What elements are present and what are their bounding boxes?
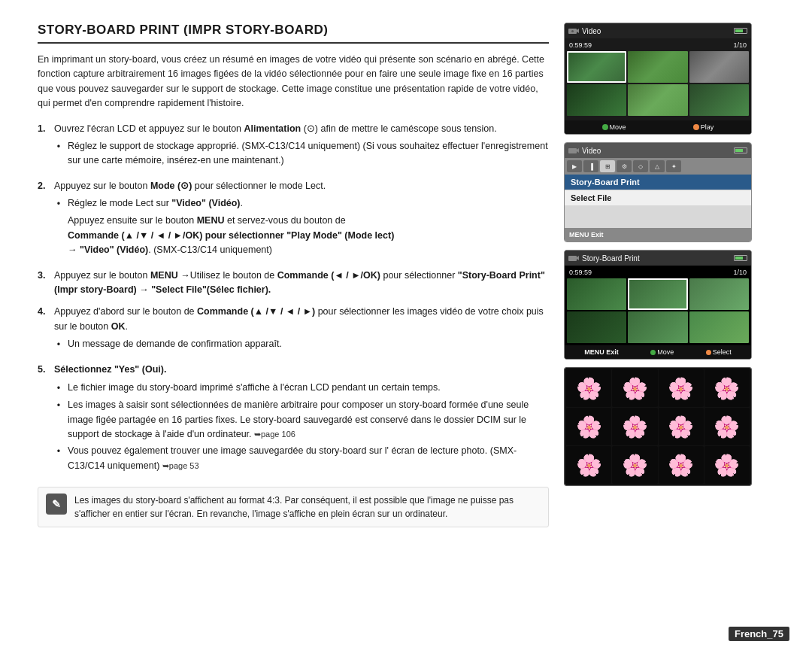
svg-rect-3 xyxy=(568,148,577,153)
step-4: 4. Appuyez d'abord sur le bouton de Comm… xyxy=(38,305,549,355)
flower-9: 🌸 xyxy=(566,446,611,484)
menu-tab-6[interactable]: △ xyxy=(650,160,665,172)
step-3: 3. Appuyez sur le bouton MENU →Utilisez … xyxy=(38,269,549,298)
sb-footer-right-wrapper: Select xyxy=(706,348,732,356)
flower-7: 🌸 xyxy=(659,408,704,445)
sb-thumb-grid xyxy=(567,278,749,343)
menu-tabs: ▶ ▐ ⊞ ⚙ ◇ △ ✦ xyxy=(565,158,751,175)
menu-tab-2[interactable]: ▐ xyxy=(583,160,598,172)
step-1-sub-1-text: Réglez le support de stockage approprié.… xyxy=(68,139,549,169)
flower-3: 🌸 xyxy=(659,369,704,407)
note-text: Les images du story-board s'affichent au… xyxy=(74,494,541,521)
move-dot xyxy=(602,124,608,130)
screen-1-footer: Move Play xyxy=(565,120,751,134)
sb-thumb-4 xyxy=(567,311,626,343)
step-2-num: 2. xyxy=(38,179,50,261)
arrow-ref: ➥page 106 xyxy=(254,430,295,439)
thumb-3 xyxy=(689,51,749,83)
battery-fill-3 xyxy=(735,257,743,260)
page-number: French_75 xyxy=(729,628,789,639)
step-4-sub-1-text: Un message de demande de confirmation ap… xyxy=(68,337,549,352)
flower-10: 🌸 xyxy=(612,446,657,484)
page-container: STORY-BOARD PRINT (IMPR STORY-BOARD) En … xyxy=(0,0,812,653)
page-number-text: French_75 xyxy=(729,627,789,641)
page-text: 1/10 xyxy=(733,41,747,49)
step-1-content: Ouvrez l'écran LCD et appuyez sur le bou… xyxy=(54,122,549,172)
step-1-sublist: • Réglez le support de stockage appropri… xyxy=(54,139,549,169)
bullet: • xyxy=(54,381,63,396)
menu-tab-1[interactable]: ▶ xyxy=(567,160,582,172)
screen-1: Video 0:59:59 1/10 xyxy=(564,23,752,135)
flower-1: 🌸 xyxy=(566,369,611,407)
menu-footer: MENU Exit xyxy=(565,228,751,241)
sb-footer-mid: Move xyxy=(657,348,674,356)
step-2-sub-1: • Réglez le mode Lect sur "Video" (Vidéo… xyxy=(54,196,549,211)
screen-3: Story-Board Print 0:59:59 1/10 xyxy=(564,250,752,360)
step-1: 1. Ouvrez l'écran LCD et appuyez sur le … xyxy=(38,122,549,172)
step-5-sublist: • Le fichier image du story-board imprim… xyxy=(54,381,549,473)
sb-thumb-2 xyxy=(628,278,687,310)
step-4-content: Appuyez d'abord sur le bouton de Command… xyxy=(54,305,549,355)
battery-icon xyxy=(734,28,747,34)
flower-2: 🌸 xyxy=(612,369,657,407)
flower-6: 🌸 xyxy=(612,408,657,445)
screen-1-footer-move: Move xyxy=(602,123,626,131)
bullet: • xyxy=(54,197,63,211)
bullet xyxy=(54,214,63,257)
step-2-sub-2-text: Appuyez ensuite sur le bouton MENU et se… xyxy=(68,214,549,257)
sb-select-dot xyxy=(706,350,711,355)
step-2: 2. Appuyez sur le bouton Mode (⊙) pour s… xyxy=(38,179,549,261)
battery-icon-3 xyxy=(734,255,747,261)
svg-rect-5 xyxy=(568,256,577,261)
battery-bar-3 xyxy=(734,255,747,261)
menu-tab-7[interactable]: ✦ xyxy=(666,160,681,172)
thumb-6 xyxy=(689,84,749,116)
bullet: • xyxy=(54,338,63,352)
footer-play-label: Play xyxy=(701,123,714,131)
step-5-sub-2: • Les images à saisir sont sélectionnées… xyxy=(54,398,549,442)
svg-marker-4 xyxy=(577,148,579,153)
bullet: • xyxy=(54,445,63,473)
footer-move-label: Move xyxy=(610,123,626,131)
step-4-sub-1: • Un message de demande de confirmation … xyxy=(54,337,549,352)
flower-12: 🌸 xyxy=(704,446,750,484)
flower-grid: 🌸 🌸 🌸 🌸 🌸 🌸 🌸 🌸 🌸 🌸 🌸 🌸 xyxy=(565,368,751,485)
flower-4: 🌸 xyxy=(704,369,750,407)
screen-3-title: Story-Board Print xyxy=(582,254,640,263)
screen-3-header: Story-Board Print xyxy=(565,251,751,266)
step-3-num: 3. xyxy=(38,269,50,298)
intro-text: En imprimant un story-board, vous créez … xyxy=(38,53,549,111)
step-5-sub-1: • Le fichier image du story-board imprim… xyxy=(54,381,549,396)
screen-1-body: 0:59:59 1/10 xyxy=(565,38,751,120)
battery-icon-2 xyxy=(734,147,747,153)
screen-3-footer: MENU Exit Move Select xyxy=(565,345,751,359)
sb-move-dot xyxy=(650,350,656,355)
note-icon: ✎ xyxy=(46,494,67,515)
svg-point-2 xyxy=(571,30,574,32)
battery-bar-2 xyxy=(734,147,747,153)
step-5-sub-2-text: Les images à saisir sont sélectionnées d… xyxy=(68,398,549,442)
step-1-num: 1. xyxy=(38,122,50,172)
right-panel: Video 0:59:59 1/10 xyxy=(564,23,767,638)
play-dot xyxy=(693,124,699,130)
step-3-content: Appuyez sur le bouton MENU →Utilisez le … xyxy=(54,269,549,298)
step-5-label: Sélectionnez "Yes" (Oui). xyxy=(54,364,166,375)
menu-tab-4[interactable]: ⚙ xyxy=(617,160,632,172)
sb-thumb-6 xyxy=(689,311,749,343)
menu-item-row: Select File xyxy=(565,190,751,205)
step-5: 5. Sélectionnez "Yes" (Oui). • Le fichie… xyxy=(38,363,549,476)
battery-fill-2 xyxy=(735,149,743,152)
sb-thumb-5 xyxy=(628,311,687,343)
menu-tab-5[interactable]: ◇ xyxy=(633,160,648,172)
screen-1-header: Video xyxy=(565,23,751,38)
camera-icon-3 xyxy=(568,254,579,262)
svg-marker-6 xyxy=(577,256,579,260)
screen-3-timestamp: 0:59:59 1/10 xyxy=(567,268,749,277)
thumb-1 xyxy=(567,51,626,83)
main-content: STORY-BOARD PRINT (IMPR STORY-BOARD) En … xyxy=(38,23,564,638)
camera-icon-2 xyxy=(568,147,579,154)
step-5-sub-3-text: Vous pouvez également trouver une image … xyxy=(68,444,549,473)
menu-tab-3[interactable]: ⊞ xyxy=(600,160,615,172)
flower-11: 🌸 xyxy=(659,446,704,484)
sb-thumb-1 xyxy=(567,278,626,310)
